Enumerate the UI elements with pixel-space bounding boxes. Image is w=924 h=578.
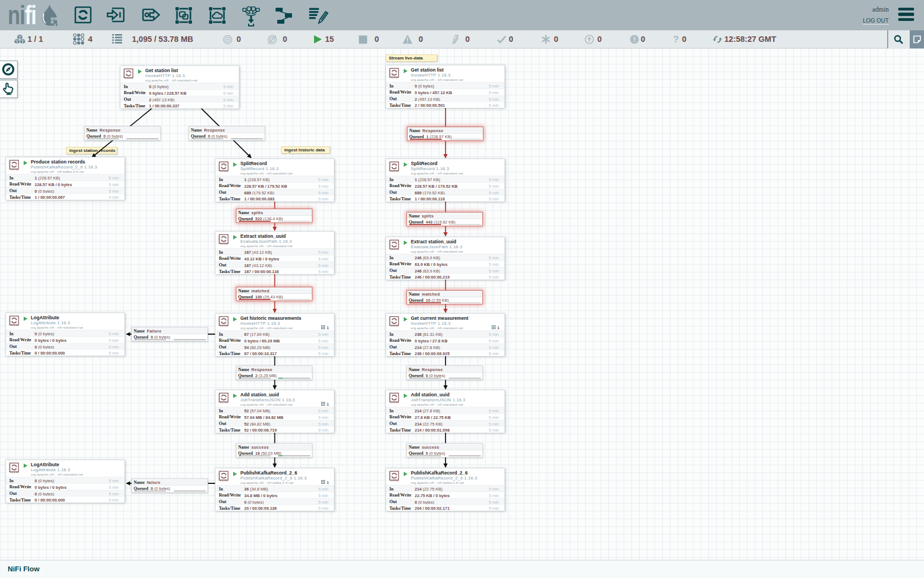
svg-text:nifi: nifi — [8, 1, 36, 30]
svg-text:?: ? — [673, 34, 679, 44]
